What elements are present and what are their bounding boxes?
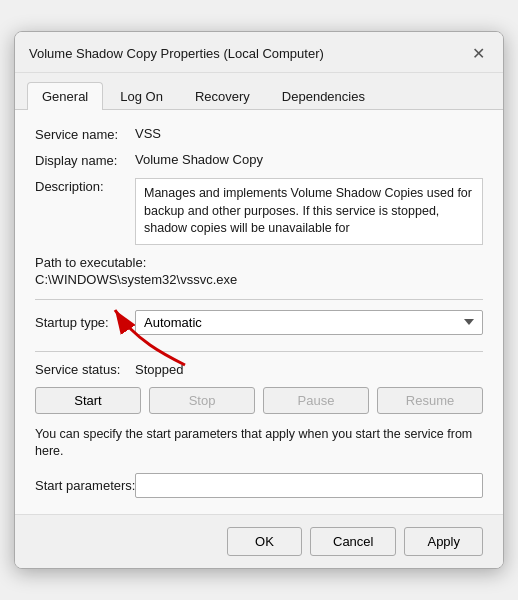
service-status-value: Stopped — [135, 362, 183, 377]
divider-1 — [35, 299, 483, 300]
tab-general[interactable]: General — [27, 82, 103, 110]
path-value: C:\WINDOWS\system32\vssvc.exe — [35, 272, 483, 287]
tab-recovery[interactable]: Recovery — [180, 82, 265, 110]
service-name-value: VSS — [135, 126, 483, 141]
tab-logon[interactable]: Log On — [105, 82, 178, 110]
close-button[interactable]: ✕ — [467, 42, 489, 64]
description-label: Description: — [35, 178, 135, 194]
footer: OK Cancel Apply — [15, 514, 503, 568]
startup-type-row: Startup type: Automatic Automatic (Delay… — [35, 310, 483, 335]
tab-dependencies[interactable]: Dependencies — [267, 82, 380, 110]
start-params-input[interactable] — [135, 473, 483, 498]
display-name-value: Volume Shadow Copy — [135, 152, 483, 167]
service-controls: Start Stop Pause Resume — [35, 387, 483, 414]
start-service-button[interactable]: Start — [35, 387, 141, 414]
apply-button[interactable]: Apply — [404, 527, 483, 556]
service-status-label: Service status: — [35, 362, 135, 377]
path-label: Path to executable: — [35, 255, 483, 270]
properties-window: Volume Shadow Copy Properties (Local Com… — [14, 31, 504, 569]
startup-type-label: Startup type: — [35, 315, 135, 330]
stop-service-button[interactable]: Stop — [149, 387, 255, 414]
startup-type-select[interactable]: Automatic Automatic (Delayed Start) Manu… — [135, 310, 483, 335]
title-bar: Volume Shadow Copy Properties (Local Com… — [15, 32, 503, 73]
path-section: Path to executable: C:\WINDOWS\system32\… — [35, 255, 483, 287]
display-name-row: Display name: Volume Shadow Copy — [35, 152, 483, 168]
info-text: You can specify the start parameters tha… — [35, 426, 483, 461]
start-params-label: Start parameters: — [35, 478, 135, 493]
resume-service-button[interactable]: Resume — [377, 387, 483, 414]
service-name-row: Service name: VSS — [35, 126, 483, 142]
display-name-label: Display name: — [35, 152, 135, 168]
service-name-label: Service name: — [35, 126, 135, 142]
pause-service-button[interactable]: Pause — [263, 387, 369, 414]
ok-button[interactable]: OK — [227, 527, 302, 556]
window-title: Volume Shadow Copy Properties (Local Com… — [29, 46, 324, 61]
tab-content: Service name: VSS Display name: Volume S… — [15, 110, 503, 514]
cancel-button[interactable]: Cancel — [310, 527, 396, 556]
divider-2 — [35, 351, 483, 352]
start-params-row: Start parameters: — [35, 473, 483, 498]
service-status-row: Service status: Stopped — [35, 362, 483, 377]
tab-bar: General Log On Recovery Dependencies — [15, 73, 503, 110]
description-value: Manages and implements Volume Shadow Cop… — [135, 178, 483, 245]
description-row: Description: Manages and implements Volu… — [35, 178, 483, 245]
